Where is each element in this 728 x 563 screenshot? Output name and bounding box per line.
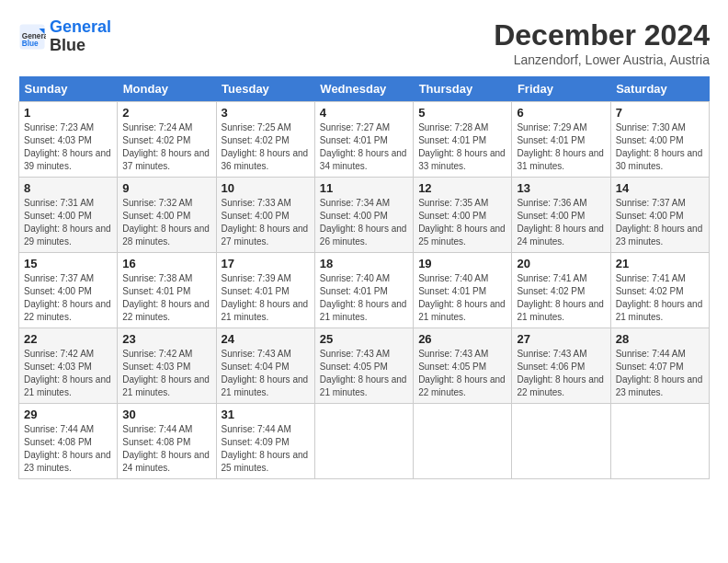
weekday-header-sunday: Sunday: [19, 76, 118, 102]
day-info: Sunrise: 7:44 AMSunset: 4:08 PMDaylight:…: [122, 423, 210, 475]
weekday-header-wednesday: Wednesday: [314, 76, 413, 102]
calendar-cell: [512, 404, 610, 479]
calendar-cell: 31 Sunrise: 7:44 AMSunset: 4:09 PMDaylig…: [216, 404, 314, 479]
calendar-cell: 7 Sunrise: 7:30 AMSunset: 4:00 PMDayligh…: [610, 102, 709, 178]
calendar-cell: 16 Sunrise: 7:38 AMSunset: 4:01 PMDaylig…: [118, 253, 216, 328]
calendar-cell: 10 Sunrise: 7:33 AMSunset: 4:00 PMDaylig…: [216, 178, 314, 253]
calendar-cell: 22 Sunrise: 7:42 AMSunset: 4:03 PMDaylig…: [19, 328, 118, 404]
calendar-week-row: 22 Sunrise: 7:42 AMSunset: 4:03 PMDaylig…: [19, 328, 710, 404]
day-number: 22: [24, 332, 112, 346]
day-number: 6: [517, 106, 605, 120]
day-number: 29: [24, 408, 112, 421]
day-info: Sunrise: 7:24 AMSunset: 4:02 PMDaylight:…: [122, 121, 210, 173]
calendar-cell: 5 Sunrise: 7:28 AMSunset: 4:01 PMDayligh…: [414, 102, 512, 178]
day-info: Sunrise: 7:34 AMSunset: 4:00 PMDaylight:…: [320, 197, 408, 248]
calendar-cell: 26 Sunrise: 7:43 AMSunset: 4:05 PMDaylig…: [414, 328, 512, 404]
day-info: Sunrise: 7:28 AMSunset: 4:01 PMDaylight:…: [418, 121, 506, 173]
weekday-header-monday: Monday: [118, 76, 216, 102]
day-number: 12: [418, 181, 506, 195]
day-number: 21: [616, 257, 704, 270]
day-info: Sunrise: 7:37 AMSunset: 4:00 PMDaylight:…: [24, 272, 112, 324]
day-number: 28: [616, 332, 704, 346]
day-info: Sunrise: 7:44 AMSunset: 4:09 PMDaylight:…: [222, 423, 310, 475]
day-number: 13: [517, 181, 605, 195]
day-info: Sunrise: 7:29 AMSunset: 4:01 PMDaylight:…: [517, 121, 605, 173]
month-title: December 2024: [494, 18, 710, 52]
day-number: 15: [24, 257, 112, 270]
day-info: Sunrise: 7:42 AMSunset: 4:03 PMDaylight:…: [122, 348, 210, 399]
weekday-header-thursday: Thursday: [414, 76, 512, 102]
day-number: 3: [222, 106, 310, 120]
title-area: December 2024 Lanzendorf, Lower Austria,…: [494, 18, 710, 67]
day-number: 11: [320, 181, 408, 195]
day-number: 9: [122, 181, 210, 195]
calendar-cell: [414, 404, 512, 479]
day-info: Sunrise: 7:25 AMSunset: 4:02 PMDaylight:…: [222, 121, 310, 173]
day-number: 19: [418, 257, 506, 270]
calendar-cell: 30 Sunrise: 7:44 AMSunset: 4:08 PMDaylig…: [118, 404, 216, 479]
day-info: Sunrise: 7:44 AMSunset: 4:07 PMDaylight:…: [616, 348, 704, 399]
calendar-cell: 11 Sunrise: 7:34 AMSunset: 4:00 PMDaylig…: [314, 178, 413, 253]
weekday-header-tuesday: Tuesday: [216, 76, 314, 102]
day-info: Sunrise: 7:40 AMSunset: 4:01 PMDaylight:…: [320, 272, 408, 324]
svg-text:Blue: Blue: [22, 40, 39, 48]
calendar-header: SundayMondayTuesdayWednesdayThursdayFrid…: [19, 76, 710, 102]
day-info: Sunrise: 7:43 AMSunset: 4:06 PMDaylight:…: [517, 348, 605, 399]
calendar-cell: 6 Sunrise: 7:29 AMSunset: 4:01 PMDayligh…: [512, 102, 610, 178]
day-number: 20: [517, 257, 605, 270]
calendar-cell: [610, 404, 709, 479]
day-number: 10: [222, 181, 310, 195]
calendar-cell: 2 Sunrise: 7:24 AMSunset: 4:02 PMDayligh…: [118, 102, 216, 178]
calendar-cell: 18 Sunrise: 7:40 AMSunset: 4:01 PMDaylig…: [314, 253, 413, 328]
calendar-cell: [314, 404, 413, 479]
day-info: Sunrise: 7:39 AMSunset: 4:01 PMDaylight:…: [222, 272, 310, 324]
logo-text: GeneralBlue: [50, 18, 111, 55]
day-info: Sunrise: 7:35 AMSunset: 4:00 PMDaylight:…: [418, 197, 506, 248]
day-info: Sunrise: 7:31 AMSunset: 4:00 PMDaylight:…: [24, 197, 112, 248]
day-number: 17: [222, 257, 310, 270]
day-info: Sunrise: 7:41 AMSunset: 4:02 PMDaylight:…: [616, 272, 704, 324]
day-info: Sunrise: 7:43 AMSunset: 4:05 PMDaylight:…: [418, 348, 506, 399]
day-info: Sunrise: 7:44 AMSunset: 4:08 PMDaylight:…: [24, 423, 112, 475]
day-info: Sunrise: 7:43 AMSunset: 4:04 PMDaylight:…: [222, 348, 310, 399]
logo-icon: General Blue: [18, 23, 46, 51]
day-number: 16: [122, 257, 210, 270]
day-info: Sunrise: 7:32 AMSunset: 4:00 PMDaylight:…: [122, 197, 210, 248]
calendar-cell: 28 Sunrise: 7:44 AMSunset: 4:07 PMDaylig…: [610, 328, 709, 404]
day-number: 25: [320, 332, 408, 346]
calendar-cell: 15 Sunrise: 7:37 AMSunset: 4:00 PMDaylig…: [19, 253, 118, 328]
calendar-week-row: 8 Sunrise: 7:31 AMSunset: 4:00 PMDayligh…: [19, 178, 710, 253]
calendar-week-row: 29 Sunrise: 7:44 AMSunset: 4:08 PMDaylig…: [19, 404, 710, 479]
day-number: 26: [418, 332, 506, 346]
calendar-cell: 17 Sunrise: 7:39 AMSunset: 4:01 PMDaylig…: [216, 253, 314, 328]
calendar-cell: 25 Sunrise: 7:43 AMSunset: 4:05 PMDaylig…: [314, 328, 413, 404]
calendar-cell: 13 Sunrise: 7:36 AMSunset: 4:00 PMDaylig…: [512, 178, 610, 253]
calendar-cell: 24 Sunrise: 7:43 AMSunset: 4:04 PMDaylig…: [216, 328, 314, 404]
calendar-cell: 29 Sunrise: 7:44 AMSunset: 4:08 PMDaylig…: [19, 404, 118, 479]
day-info: Sunrise: 7:36 AMSunset: 4:00 PMDaylight:…: [517, 197, 605, 248]
day-info: Sunrise: 7:37 AMSunset: 4:00 PMDaylight:…: [616, 197, 704, 248]
day-number: 2: [122, 106, 210, 120]
calendar-week-row: 1 Sunrise: 7:23 AMSunset: 4:03 PMDayligh…: [19, 102, 710, 178]
calendar-cell: 1 Sunrise: 7:23 AMSunset: 4:03 PMDayligh…: [19, 102, 118, 178]
calendar-cell: 3 Sunrise: 7:25 AMSunset: 4:02 PMDayligh…: [216, 102, 314, 178]
location-title: Lanzendorf, Lower Austria, Austria: [494, 52, 710, 67]
calendar-cell: 23 Sunrise: 7:42 AMSunset: 4:03 PMDaylig…: [118, 328, 216, 404]
calendar-table: SundayMondayTuesdayWednesdayThursdayFrid…: [18, 76, 710, 479]
day-number: 27: [517, 332, 605, 346]
day-number: 7: [616, 106, 704, 120]
logo: General Blue GeneralBlue: [18, 18, 111, 55]
day-info: Sunrise: 7:41 AMSunset: 4:02 PMDaylight:…: [517, 272, 605, 324]
day-number: 18: [320, 257, 408, 270]
calendar-cell: 4 Sunrise: 7:27 AMSunset: 4:01 PMDayligh…: [314, 102, 413, 178]
day-info: Sunrise: 7:27 AMSunset: 4:01 PMDaylight:…: [320, 121, 408, 173]
calendar-cell: 9 Sunrise: 7:32 AMSunset: 4:00 PMDayligh…: [118, 178, 216, 253]
day-info: Sunrise: 7:33 AMSunset: 4:00 PMDaylight:…: [222, 197, 310, 248]
calendar-cell: 21 Sunrise: 7:41 AMSunset: 4:02 PMDaylig…: [610, 253, 709, 328]
weekday-header-friday: Friday: [512, 76, 610, 102]
day-info: Sunrise: 7:42 AMSunset: 4:03 PMDaylight:…: [24, 348, 112, 399]
weekday-header-saturday: Saturday: [610, 76, 709, 102]
day-number: 31: [222, 408, 310, 421]
day-info: Sunrise: 7:38 AMSunset: 4:01 PMDaylight:…: [122, 272, 210, 324]
day-info: Sunrise: 7:23 AMSunset: 4:03 PMDaylight:…: [24, 121, 112, 173]
